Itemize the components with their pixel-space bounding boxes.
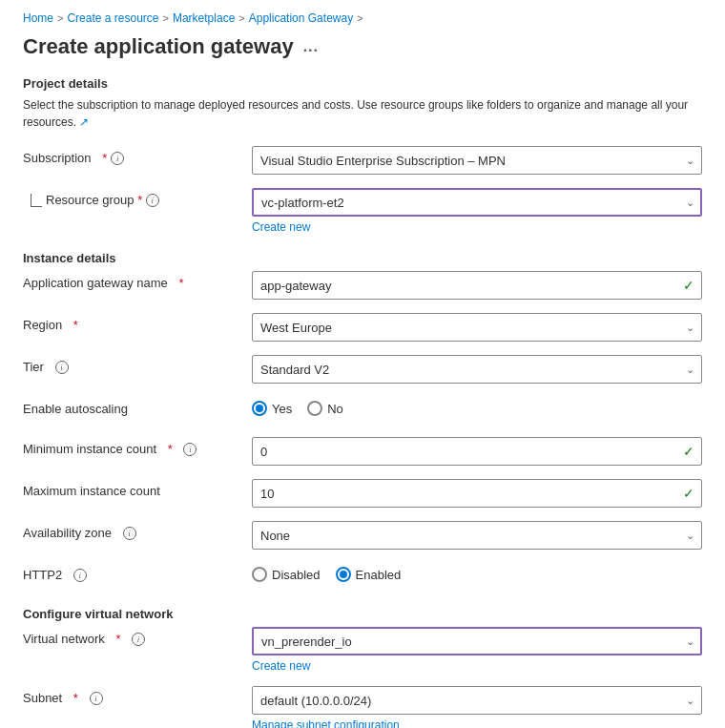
http2-enabled-label: Enabled [356,568,402,582]
virtual-network-label: Virtual network * i [23,627,252,646]
region-control: West Europe ⌄ [252,313,702,342]
http2-radio-group: Disabled Enabled [252,563,702,582]
section-project-desc: Select the subscription to manage deploy… [23,96,702,131]
availability-zone-select[interactable]: None [252,521,702,550]
page-title: Create application gateway [23,34,294,59]
region-select[interactable]: West Europe [252,313,702,342]
tier-control: Standard V2 ⌄ [252,355,702,384]
resource-group-required: * [137,193,142,207]
breadcrumb: Home > Create a resource > Marketplace >… [23,11,702,25]
max-instance-count-label: Maximum instance count [23,479,252,498]
max-instance-count-control: ✓ [252,479,702,508]
subscription-control: Visual Studio Enterprise Subscription – … [252,146,702,175]
subnet-select[interactable]: default (10.0.0.0/24) [252,686,702,715]
app-gateway-name-control: ✓ [252,271,702,300]
subnet-required: * [73,691,78,705]
autoscaling-no-option[interactable]: No [307,401,343,416]
availability-zone-info-icon[interactable]: i [123,527,136,540]
virtual-network-info-icon[interactable]: i [132,633,145,646]
subscription-row: Subscription * i Visual Studio Enterpris… [23,146,702,175]
breadcrumb-app-gateway[interactable]: Application Gateway [249,11,353,25]
min-instance-info-icon[interactable]: i [183,443,197,456]
app-gateway-name-wrapper: ✓ [252,271,702,300]
subnet-info-icon[interactable]: i [90,692,103,705]
breadcrumb-sep-1: > [57,12,63,24]
http2-row: HTTP2 i Disabled Enabled [23,563,702,590]
section-instance-details: Instance details [23,251,702,265]
resource-group-select[interactable]: vc-platform-et2 [252,188,702,217]
resource-group-control: vc-platform-et2 ⌄ Create new [252,188,702,234]
min-instance-count-label: Minimum instance count * i [23,437,252,456]
breadcrumb-sep-3: > [238,12,244,24]
page-title-menu[interactable]: ... [303,38,319,55]
virtual-network-select[interactable]: vn_prerender_io [252,627,702,655]
tier-row: Tier i Standard V2 ⌄ [23,355,702,384]
min-instance-wrapper: ✓ [252,437,702,466]
subscription-info-icon[interactable]: i [111,152,124,165]
tier-label: Tier i [23,355,252,374]
availability-zone-select-wrapper: None ⌄ [252,521,702,550]
region-label: Region * [23,313,252,332]
virtual-network-select-wrapper: vn_prerender_io ⌄ [252,627,702,655]
autoscaling-no-label: No [327,402,343,416]
virtual-network-required: * [115,632,120,646]
subscription-required: * [102,151,107,165]
autoscaling-label: Enable autoscaling [23,397,252,416]
resource-group-info-icon[interactable]: i [146,194,159,207]
app-gateway-name-input[interactable] [252,271,702,300]
app-gateway-name-required: * [178,276,183,290]
http2-label: HTTP2 i [23,563,252,582]
autoscaling-control: Yes No [252,397,702,416]
subscription-select[interactable]: Visual Studio Enterprise Subscription – … [252,146,702,175]
virtual-network-create-new[interactable]: Create new [252,659,310,673]
min-instance-required: * [168,442,173,456]
http2-disabled-radio[interactable] [252,567,267,582]
region-select-wrapper: West Europe ⌄ [252,313,702,342]
subnet-select-wrapper: default (10.0.0.0/24) ⌄ [252,686,702,715]
autoscaling-no-radio[interactable] [307,401,322,416]
tier-info-icon[interactable]: i [55,361,69,374]
subscription-label: Subscription * i [23,146,252,165]
breadcrumb-sep-2: > [163,12,169,24]
max-instance-count-input[interactable] [252,479,702,508]
autoscaling-radio-group: Yes No [252,397,702,416]
app-gateway-name-row: Application gateway name * ✓ [23,271,702,300]
resource-group-create-new[interactable]: Create new [252,220,310,234]
autoscaling-yes-option[interactable]: Yes [252,401,292,416]
breadcrumb-home[interactable]: Home [23,11,53,25]
app-gateway-name-label: Application gateway name * [23,271,252,290]
availability-zone-control: None ⌄ [252,521,702,550]
subnet-row: Subnet * i default (10.0.0.0/24) ⌄ Manag… [23,686,702,728]
virtual-network-control: vn_prerender_io ⌄ Create new [252,627,702,673]
tier-select[interactable]: Standard V2 [252,355,702,384]
min-instance-count-control: ✓ [252,437,702,466]
http2-enabled-radio[interactable] [336,567,351,582]
page-title-container: Create application gateway ... [23,34,702,59]
http2-disabled-option[interactable]: Disabled [252,567,321,582]
virtual-network-row: Virtual network * i vn_prerender_io ⌄ Cr… [23,627,702,673]
http2-control: Disabled Enabled [252,563,702,582]
section-project-details: Project details [23,76,702,91]
subnet-manage-link[interactable]: Manage subnet configuration [252,718,400,728]
resource-group-label-container: Resource group * i [23,188,252,207]
resource-group-label: Resource group [46,193,135,207]
http2-disabled-label: Disabled [272,568,321,582]
availability-zone-label: Availability zone i [23,521,252,540]
region-required: * [73,318,78,332]
breadcrumb-sep-4: > [357,12,362,24]
http2-enabled-option[interactable]: Enabled [336,567,402,582]
section-virtual-network: Configure virtual network [23,607,702,621]
autoscaling-yes-radio[interactable] [252,401,267,416]
learn-more-link[interactable]: ↗ [79,115,89,129]
min-instance-count-row: Minimum instance count * i ✓ [23,437,702,466]
availability-zone-row: Availability zone i None ⌄ [23,521,702,550]
max-instance-count-row: Maximum instance count ✓ [23,479,702,508]
min-instance-count-input[interactable] [252,437,702,466]
resource-group-select-wrapper: vc-platform-et2 ⌄ [252,188,702,217]
breadcrumb-marketplace[interactable]: Marketplace [173,11,235,25]
autoscaling-yes-label: Yes [272,402,292,416]
breadcrumb-create-resource[interactable]: Create a resource [67,11,158,25]
region-row: Region * West Europe ⌄ [23,313,702,342]
subnet-label: Subnet * i [23,686,252,705]
http2-info-icon[interactable]: i [73,569,87,582]
